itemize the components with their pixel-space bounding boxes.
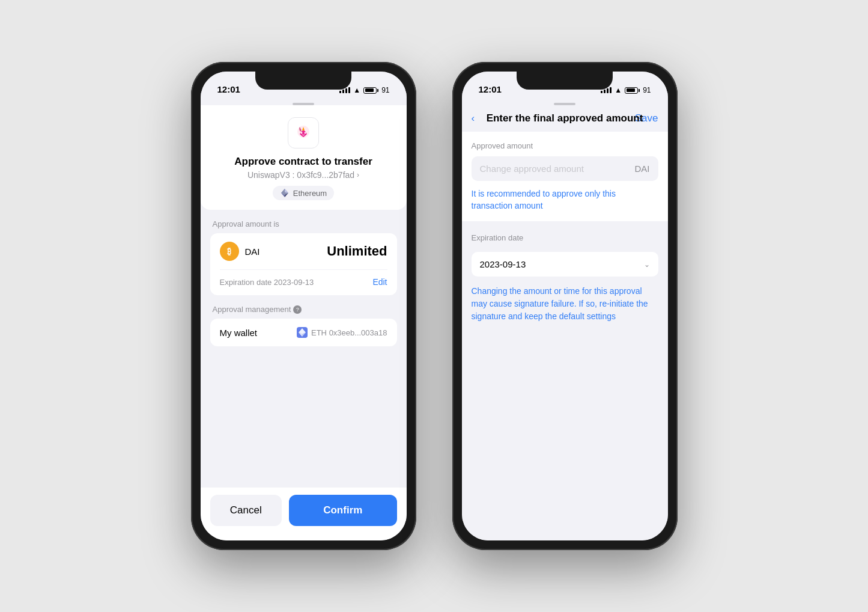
wallet-label: My wallet [220,328,258,338]
wifi-icon-2: ▲ [615,86,622,94]
amount-placeholder: Change approved amount [480,164,635,174]
svg-marker-8 [281,189,285,193]
phone-2: 12:01 ▲ 91 [452,62,678,550]
network-badge: Ethereum [273,186,334,200]
back-button[interactable]: ‹ [472,112,475,124]
battery-icon [363,87,378,94]
time-2: 12:01 [479,84,502,94]
dai-row: ₿ DAI Unlimited [220,242,387,261]
status-icons-1: ▲ 91 [339,86,389,94]
svg-marker-7 [285,189,288,193]
phone-1: 12:01 ▲ 91 [191,62,416,550]
expiry-text: Expiration date 2023-09-13 [220,278,314,287]
wifi-icon: ▲ [353,86,360,94]
dai-icon: ₿ [220,242,239,261]
expiry-label-wrapper: Expiration date [462,228,668,252]
dai-label: DAI [245,246,260,257]
expiry-selector-wrapper: 2023-09-13 ⌄ [462,252,668,277]
question-icon[interactable]: ? [293,305,302,314]
svg-point-3 [305,132,306,134]
dai-suffix: DAI [634,164,649,174]
approved-amount-label: Approved amount [472,141,658,150]
battery-label-2: 91 [643,86,651,94]
notch-2 [517,72,613,90]
chevron-down-icon: ⌄ [644,260,650,269]
time-1: 12:01 [217,84,240,94]
approve-header: Approve contract to transfer UniswapV3 :… [201,105,407,210]
approve-content: Approve contract to transfer UniswapV3 :… [201,105,407,540]
edit-button[interactable]: Edit [372,277,387,287]
svg-point-2 [301,132,303,134]
dai-left: ₿ DAI [220,242,260,261]
amount-input-row[interactable]: Change approved amount DAI [472,156,658,181]
screen-content-2: ‹ Enter the final approved amount Save A… [462,98,668,540]
expiry-date-value: 2023-09-13 [480,259,526,269]
recommendation-text: It is recommended to approve only this t… [472,188,658,212]
approve-body: Approval amount is ₿ DAI Unlimited Expi [201,210,407,487]
cancel-button[interactable]: Cancel [210,495,282,526]
approval-card: ₿ DAI Unlimited Expiration date 2023-09-… [210,233,397,295]
network-name: Ethereum [293,189,327,198]
eth-small-icon [297,327,308,338]
approve-footer: Cancel Confirm [201,487,407,540]
expiry-row: Expiration date 2023-09-13 Edit [220,269,387,287]
unicorn-icon [291,121,315,145]
expiry-section-wrapper: Expiration date 2023-09-13 ⌄ [462,228,668,277]
battery-label-1: 91 [381,86,389,94]
confirm-button[interactable]: Confirm [289,495,396,526]
nav-title: Enter the final approved amount [487,112,643,124]
approve-title: Approve contract to transfer [234,156,372,168]
wallet-address: ETH 0x3eeb...003a18 [311,328,387,337]
expiry-field-label: Expiration date [472,228,658,247]
warning-text: Changing the amount or time for this app… [462,277,668,331]
notch [255,72,351,90]
contract-address[interactable]: UniswapV3 : 0x3fc9...2b7fad › [247,170,359,180]
dai-amount: Unlimited [327,243,387,259]
battery-icon-2 [625,87,640,94]
management-section: Approval management ? My wallet [210,305,397,346]
expiry-selector[interactable]: 2023-09-13 ⌄ [472,252,658,277]
management-label: Approval management ? [210,305,397,314]
chevron-right-icon: › [357,171,359,179]
app-icon [288,117,319,148]
wallet-card: My wallet [210,319,397,346]
edit-nav: ‹ Enter the final approved amount Save [462,105,668,132]
status-icons-2: ▲ 91 [601,86,651,94]
edit-body: Approved amount Change approved amount D… [462,132,668,540]
screen-content-1: Approve contract to transfer UniswapV3 :… [201,98,407,540]
approval-amount-label: Approval amount is [210,219,397,228]
approved-amount-section: Approved amount Change approved amount D… [462,132,668,221]
wallet-right: ETH 0x3eeb...003a18 [297,327,387,338]
eth-icon [280,188,290,198]
